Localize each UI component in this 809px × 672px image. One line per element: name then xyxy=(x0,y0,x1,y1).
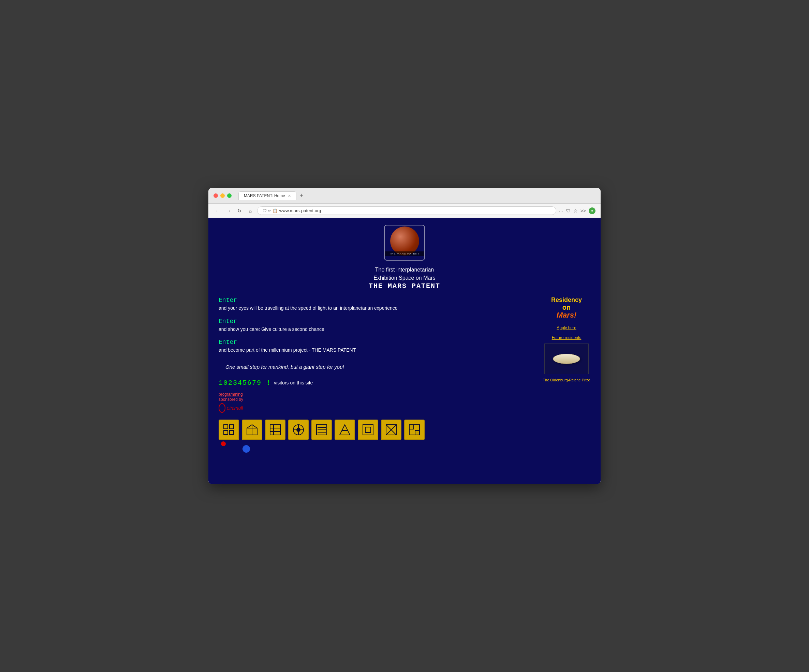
home-button[interactable]: ⌂ xyxy=(246,207,254,215)
shield-icon: 🛡 xyxy=(566,208,571,213)
menu-dots[interactable]: ··· xyxy=(559,208,563,213)
nav-icon-5-svg xyxy=(315,423,329,437)
enter-section-2: Enter and show you care: Give culture a … xyxy=(218,318,536,333)
svg-rect-2 xyxy=(230,425,233,429)
nav-icon-1-svg xyxy=(222,423,236,437)
nav-icon-2-svg xyxy=(245,423,259,437)
bottom-icons xyxy=(218,420,591,440)
residency-on: on xyxy=(551,304,582,311)
header-text: The first interplanetarian Exhibition Sp… xyxy=(218,266,591,290)
programming-link[interactable]: programming xyxy=(218,392,243,397)
einsnull-logo: einsnull xyxy=(218,403,536,413)
tab-close-icon[interactable]: ✕ xyxy=(288,194,291,198)
svg-rect-1 xyxy=(224,430,228,435)
oval-button[interactable] xyxy=(553,354,580,364)
close-button[interactable] xyxy=(213,193,218,198)
forward-button[interactable]: → xyxy=(225,207,233,215)
active-tab[interactable]: MARS PATENT: Home ✕ xyxy=(238,192,296,200)
extend-icon[interactable]: >> xyxy=(581,208,586,213)
back-button[interactable]: ← xyxy=(213,207,222,215)
logo-area: THE MARS PATENT xyxy=(218,225,591,260)
subtitle: The first interplanetarian Exhibition Sp… xyxy=(218,266,591,282)
tab-bar: MARS PATENT: Home ✕ + xyxy=(238,192,305,200)
browser-window: MARS PATENT: Home ✕ + ← → ↻ ⌂ 🛡 ✏ 📋 www.… xyxy=(208,188,601,484)
visitor-counter: 102345679 ! visitors on this site xyxy=(218,379,536,387)
reload-button[interactable]: ↻ xyxy=(235,207,243,215)
security-icons: 🛡 ✏ 📋 xyxy=(263,208,278,213)
logo-box: THE MARS PATENT xyxy=(384,225,425,260)
residency-title: Residency xyxy=(551,297,582,304)
svg-rect-20 xyxy=(363,425,373,435)
svg-marker-18 xyxy=(340,425,350,435)
nav-icon-5[interactable] xyxy=(311,420,332,440)
url-text: www.mars-patent.org xyxy=(279,208,321,213)
enter-section-3: Enter and become part of the millennium … xyxy=(218,339,536,354)
future-residents-link[interactable]: Future residents xyxy=(552,335,581,340)
nav-icon-8[interactable] xyxy=(381,420,401,440)
minimize-button[interactable] xyxy=(220,193,225,198)
nav-icon-4-svg xyxy=(292,423,305,437)
star-icon[interactable]: ☆ xyxy=(573,208,578,213)
nav-icon-4[interactable] xyxy=(288,420,309,440)
subtitle-line1: The first interplanetarian xyxy=(375,267,434,272)
svg-rect-3 xyxy=(230,430,233,435)
enter-link-3[interactable]: Enter xyxy=(218,339,536,346)
blue-dot xyxy=(242,445,250,453)
oldenburg-prize-link[interactable]: The Oldenburg-Reiche Prize xyxy=(543,378,590,382)
residency-mars: Mars! xyxy=(551,311,582,319)
svg-rect-0 xyxy=(224,425,228,429)
nav-icon-6-svg xyxy=(338,423,352,437)
address-bar: ← → ↻ ⌂ 🛡 ✏ 📋 www.mars-patent.org ··· 🛡 … xyxy=(208,204,601,218)
enter-text-2: and show you care: Give culture a second… xyxy=(218,326,536,333)
nav-icon-7-svg xyxy=(361,423,375,437)
page-content: THE MARS PATENT The first interplanetari… xyxy=(208,218,601,484)
enter-link-1[interactable]: Enter xyxy=(218,297,536,304)
title-bar: MARS PATENT: Home ✕ + xyxy=(208,188,601,204)
nav-icon-6[interactable] xyxy=(335,420,355,440)
nav-icon-9-svg xyxy=(408,423,421,437)
url-bar[interactable]: 🛡 ✏ 📋 www.mars-patent.org xyxy=(257,207,556,215)
nav-icon-9[interactable] xyxy=(404,420,425,440)
counter-label: visitors on this site xyxy=(274,380,313,385)
residency-box: Residency on Mars! xyxy=(551,297,582,319)
new-tab-button[interactable]: + xyxy=(298,192,305,199)
einsnull-circle-icon xyxy=(218,403,225,413)
sponsored-section: programming sponsored by einsnull xyxy=(218,391,536,413)
page-main-title: THE MARS PATENT xyxy=(218,282,591,290)
nav-icon-1[interactable] xyxy=(218,420,239,440)
nav-icon-3-svg xyxy=(269,423,282,437)
svg-rect-26 xyxy=(409,425,414,429)
small-step-text: One small step for mankind, but a giant … xyxy=(218,364,536,370)
traffic-lights xyxy=(213,193,232,198)
right-column: Residency on Mars! Apply here Future res… xyxy=(543,297,591,413)
nav-icon-8-svg xyxy=(384,423,398,437)
apply-link[interactable]: Apply here xyxy=(557,326,576,330)
maximize-button[interactable] xyxy=(227,193,232,198)
small-step: One small step for mankind, but a giant … xyxy=(218,360,536,374)
svg-rect-27 xyxy=(415,430,420,435)
enter-text-1: and your eyes will be travelling at the … xyxy=(218,305,536,312)
enter-section-1: Enter and your eyes will be travelling a… xyxy=(218,297,536,312)
svg-rect-6 xyxy=(270,425,280,435)
red-dot xyxy=(221,442,226,446)
sponsored-by-text: sponsored by xyxy=(218,397,536,402)
svg-rect-21 xyxy=(365,427,371,433)
nav-icon-7[interactable] xyxy=(358,420,378,440)
toolbar-right: ··· 🛡 ☆ >> ● xyxy=(559,207,596,214)
main-layout: Enter and your eyes will be travelling a… xyxy=(218,297,591,413)
counter-digits: 102345679 ! xyxy=(218,379,271,387)
subtitle-line2: Exhibition Space on Mars xyxy=(373,275,435,281)
oval-box xyxy=(544,343,589,374)
tab-title: MARS PATENT: Home xyxy=(244,193,285,198)
left-column: Enter and your eyes will be travelling a… xyxy=(218,297,536,413)
einsnull-name: einsnull xyxy=(227,405,243,411)
enter-link-2[interactable]: Enter xyxy=(218,318,536,325)
enter-text-3: and become part of the millennium projec… xyxy=(218,347,536,354)
logo-text-overlay: THE MARS PATENT xyxy=(385,251,424,256)
nav-icon-3[interactable] xyxy=(265,420,285,440)
nav-icon-2[interactable] xyxy=(242,420,262,440)
extensions-icon[interactable]: ● xyxy=(589,207,596,214)
